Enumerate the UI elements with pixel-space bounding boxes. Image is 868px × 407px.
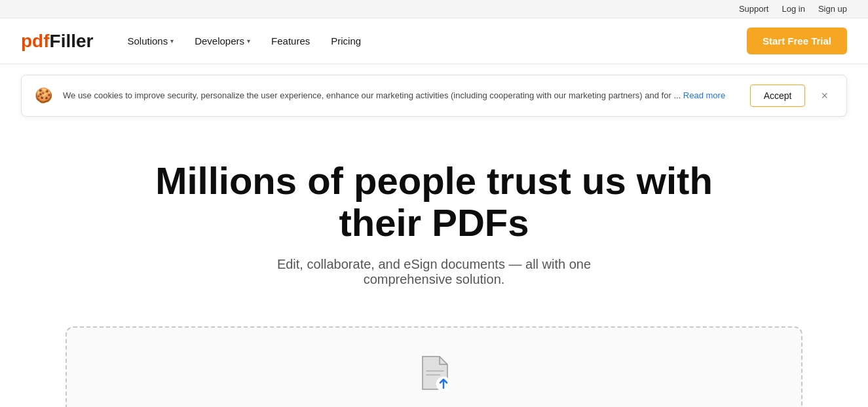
nav-links: Solutions ▾ Developers ▾ Features Pricin… (119, 30, 747, 52)
cookie-text: We use cookies to improve security, pers… (63, 89, 740, 102)
cookie-banner: 🍪 We use cookies to improve security, pe… (21, 75, 847, 117)
chevron-down-icon: ▾ (247, 37, 250, 45)
close-cookie-banner-button[interactable]: × (816, 87, 833, 104)
upload-icon (80, 354, 788, 396)
top-utility-bar: Support Log in Sign up (0, 0, 868, 18)
login-link[interactable]: Log in (782, 4, 804, 14)
nav-pricing[interactable]: Pricing (323, 30, 369, 52)
hero-subtitle: Edit, collaborate, and eSign documents —… (231, 257, 637, 287)
logo-pdf: pdf (21, 31, 50, 51)
chevron-down-icon: ▾ (170, 37, 174, 45)
read-more-link[interactable]: Read more (683, 90, 725, 100)
support-link[interactable]: Support (739, 4, 769, 14)
nav-cta-area: Start Free Trial (747, 28, 847, 54)
hero-section: Millions of people trust us with their P… (0, 127, 868, 307)
accept-cookie-button[interactable]: Accept (750, 85, 806, 107)
nav-developers[interactable]: Developers ▾ (187, 30, 258, 52)
main-navbar: pdfFiller Solutions ▾ Developers ▾ Featu… (0, 18, 868, 64)
hero-title: Millions of people trust us with their P… (140, 160, 729, 244)
logo[interactable]: pdfFiller (21, 31, 93, 52)
nav-solutions[interactable]: Solutions ▾ (119, 30, 181, 52)
signup-link[interactable]: Sign up (818, 4, 847, 14)
logo-filler: Filler (50, 31, 94, 51)
start-free-trial-button[interactable]: Start Free Trial (747, 28, 847, 54)
nav-features[interactable]: Features (263, 30, 318, 52)
upload-dropzone[interactable]: Drag and drop document here to upload Se… (66, 326, 802, 407)
cookie-icon: 🍪 (35, 87, 52, 104)
